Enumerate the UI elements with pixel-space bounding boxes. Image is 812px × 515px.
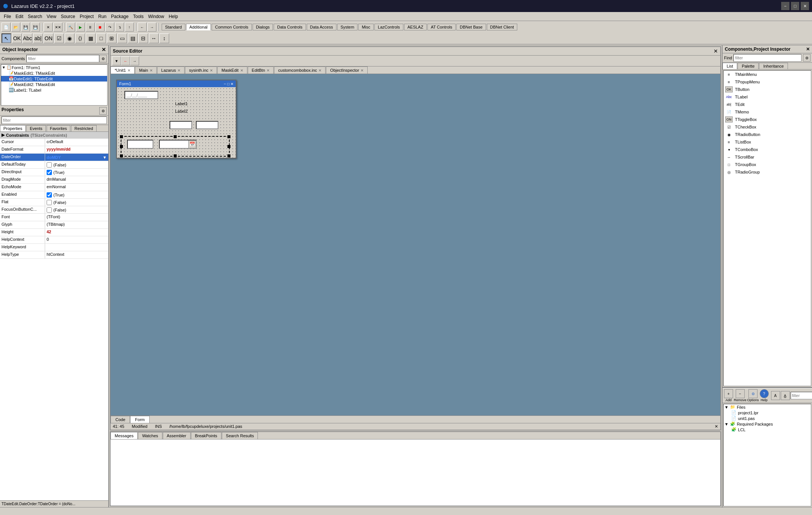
prop-checkbox-directinput[interactable] bbox=[47, 170, 52, 175]
maskedit2-widget-inner[interactable] bbox=[127, 140, 153, 149]
minimize-button[interactable]: − bbox=[781, 2, 789, 10]
proj-remove-btn[interactable]: − bbox=[736, 389, 745, 398]
close-button[interactable]: ✕ bbox=[801, 2, 809, 10]
palette-comp-8[interactable]: ▦ bbox=[86, 33, 95, 43]
comp-item-tcheckbox[interactable]: ☑ TCheckBox bbox=[724, 123, 811, 131]
comp-item-tlistbox[interactable]: ≡ TListBox bbox=[724, 138, 811, 146]
toolbar-build-btn[interactable]: 🔨 bbox=[66, 23, 75, 32]
palette-comp-2[interactable]: Abc bbox=[23, 33, 32, 43]
toolbar-stepout-btn[interactable]: ↑ bbox=[125, 23, 134, 32]
palette-comp-12[interactable]: ▤ bbox=[128, 33, 138, 43]
comp-item-tradiobutton[interactable]: ◉ TRadioButton bbox=[724, 131, 811, 138]
palette-comp-13[interactable]: ⊟ bbox=[138, 33, 148, 43]
prop-checkbox-focusonbuttonclick[interactable] bbox=[47, 207, 52, 213]
toolbar-save-btn[interactable]: 💾 bbox=[21, 23, 30, 32]
menu-project[interactable]: Project bbox=[77, 13, 96, 20]
palette-comp-7[interactable]: ⟨⟩ bbox=[75, 33, 85, 43]
messages-tab-messages[interactable]: Messages bbox=[111, 432, 138, 439]
comp-item-tscrollbar[interactable]: ↔ TScrollBar bbox=[724, 153, 811, 161]
editor-tab-lazarus-close[interactable]: ✕ bbox=[177, 68, 180, 72]
form-tab[interactable]: Form bbox=[130, 416, 150, 423]
palette-tab-data[interactable]: Data Controls bbox=[274, 24, 306, 30]
prop-row-helpkeyword[interactable]: HelpKeyword bbox=[0, 244, 108, 251]
properties-filter-input[interactable] bbox=[2, 116, 107, 124]
palette-comp-15[interactable]: ↕ bbox=[159, 33, 169, 43]
palette-comp-9[interactable]: □ bbox=[96, 33, 106, 43]
prop-dropdown-dateorder[interactable]: ▼ bbox=[103, 155, 107, 160]
editor-tab-main[interactable]: Main ✕ bbox=[135, 66, 157, 74]
editor-panel-close[interactable]: ✕ bbox=[715, 424, 718, 429]
dateedit1-widget-inner[interactable]: 📅 bbox=[159, 140, 197, 149]
comp-item-tgroupbox[interactable]: □ TGroupBox bbox=[724, 161, 811, 168]
comp-tab-palette[interactable]: Palette bbox=[738, 63, 759, 69]
maskedit-pair-1[interactable] bbox=[170, 121, 192, 129]
palette-tab-dbnetclient[interactable]: DBNet Client bbox=[487, 24, 518, 30]
proj-item-lcl[interactable]: 🧩 LCL bbox=[724, 427, 811, 432]
object-inspector-close[interactable]: ✕ bbox=[102, 47, 106, 53]
prop-row-dragmode[interactable]: DragMode dmManual bbox=[0, 176, 108, 184]
palette-comp-3[interactable]: ab| bbox=[33, 33, 43, 43]
menu-tools[interactable]: Tools bbox=[131, 13, 146, 20]
toolbar-stepinto-btn[interactable]: ↴ bbox=[115, 23, 124, 32]
find-options-btn[interactable]: ⚙ bbox=[803, 54, 810, 62]
label2-widget[interactable]: Label2 bbox=[175, 109, 188, 113]
menu-window[interactable]: Window bbox=[146, 13, 167, 20]
source-nav-dropdown[interactable]: ▼ bbox=[112, 56, 121, 65]
comp-item-ttogglebox[interactable]: ON TToggleBox bbox=[724, 116, 811, 123]
comp-item-tbutton[interactable]: OK TButton bbox=[724, 86, 811, 93]
prop-row-helptype[interactable]: HelpType htContext bbox=[0, 251, 108, 259]
palette-comp-1[interactable]: OK bbox=[12, 33, 22, 43]
editor-tab-customcombobox-close[interactable]: ✕ bbox=[318, 68, 321, 72]
proj-filter-icon1[interactable]: A bbox=[771, 391, 780, 400]
comp-item-tedit[interactable]: ab| TEdit bbox=[724, 101, 811, 108]
properties-options-btn[interactable]: ⚙ bbox=[99, 107, 107, 115]
messages-tab-breakpoints[interactable]: BreakPoints bbox=[191, 432, 221, 439]
prop-row-directinput[interactable]: DirectInput (True) bbox=[0, 169, 108, 176]
proj-item-required[interactable]: ▼ 🧩 Required Packages bbox=[724, 421, 811, 427]
editor-tab-maskedit-close[interactable]: ✕ bbox=[240, 68, 243, 72]
menu-run[interactable]: Run bbox=[96, 13, 109, 20]
components-filter-input[interactable] bbox=[26, 55, 99, 62]
proj-item-files[interactable]: ▼ 📁 Files bbox=[724, 404, 811, 410]
messages-tab-assembler[interactable]: Assembler bbox=[163, 432, 191, 439]
prop-tab-favorites[interactable]: Favorites bbox=[47, 125, 70, 131]
prop-checkbox-enabled[interactable] bbox=[47, 192, 52, 198]
prop-row-dateformat[interactable]: DateFormat yyyy/mm/dd bbox=[0, 146, 108, 154]
palette-comp-11[interactable]: ▭ bbox=[117, 33, 127, 43]
toolbar-saveall-btn[interactable]: 💾 bbox=[31, 23, 40, 32]
source-nav-back[interactable]: ← bbox=[121, 56, 130, 65]
proj-item-project1lpr[interactable]: 📄 project1.lpr bbox=[724, 410, 811, 415]
toolbar-pause-btn[interactable]: ⏸ bbox=[86, 23, 95, 32]
toolbar-run-btn[interactable]: ▶ bbox=[76, 23, 85, 32]
comp-tab-inheritance[interactable]: Inheritance bbox=[759, 63, 788, 69]
toolbar-forward-btn[interactable]: → bbox=[147, 23, 156, 32]
comp-tab-list[interactable]: List bbox=[723, 63, 737, 69]
prop-row-dateorder[interactable]: DateOrder doMDY ▼ bbox=[0, 154, 108, 161]
prop-tab-restricted[interactable]: Restricted bbox=[71, 125, 97, 131]
comp-item-tradiogroup[interactable]: ◎ TRadioGroup bbox=[724, 168, 811, 176]
palette-tab-misc[interactable]: Misc bbox=[358, 24, 374, 30]
prop-row-helpcontext[interactable]: HelpContext 0 bbox=[0, 236, 108, 244]
maskedit-pair-2[interactable] bbox=[196, 121, 218, 129]
proj-options-btn[interactable]: ⚙ bbox=[748, 389, 757, 398]
prop-row-defaulttoday[interactable]: DefaultToday (False) bbox=[0, 161, 108, 169]
editor-tab-customcombobox[interactable]: customcombobox.inc ✕ bbox=[274, 66, 326, 74]
palette-comp-14[interactable]: ↔ bbox=[149, 33, 159, 43]
palette-comp-10[interactable]: ⊞ bbox=[107, 33, 117, 43]
proj-filter-icon2[interactable]: A̲ bbox=[781, 391, 790, 400]
maximize-button[interactable]: □ bbox=[791, 2, 799, 10]
editor-tab-editbtn-close[interactable]: ✕ bbox=[267, 68, 270, 72]
toolbar-stop-btn[interactable]: ⏹ bbox=[95, 23, 105, 32]
messages-tab-watches[interactable]: Watches bbox=[138, 432, 162, 439]
palette-comp-4[interactable]: ON bbox=[44, 33, 53, 43]
toolbar-stepover-btn[interactable]: ↷ bbox=[105, 23, 114, 32]
prop-tab-properties[interactable]: Properties bbox=[0, 125, 26, 131]
menu-edit[interactable]: Edit bbox=[13, 13, 26, 20]
palette-comp-6[interactable]: ◉ bbox=[65, 33, 74, 43]
proj-filter-input[interactable] bbox=[791, 392, 812, 399]
form1-body[interactable]: __/__/____ Label1 Label2 bbox=[117, 87, 236, 158]
toolbar-closeall-btn[interactable]: ✕✕ bbox=[53, 23, 62, 32]
editor-tab-editbtn[interactable]: EditBtn ✕ bbox=[248, 66, 274, 74]
source-nav-forward[interactable]: → bbox=[130, 56, 139, 65]
editor-tab-objectinspector-close[interactable]: ✕ bbox=[361, 68, 364, 72]
